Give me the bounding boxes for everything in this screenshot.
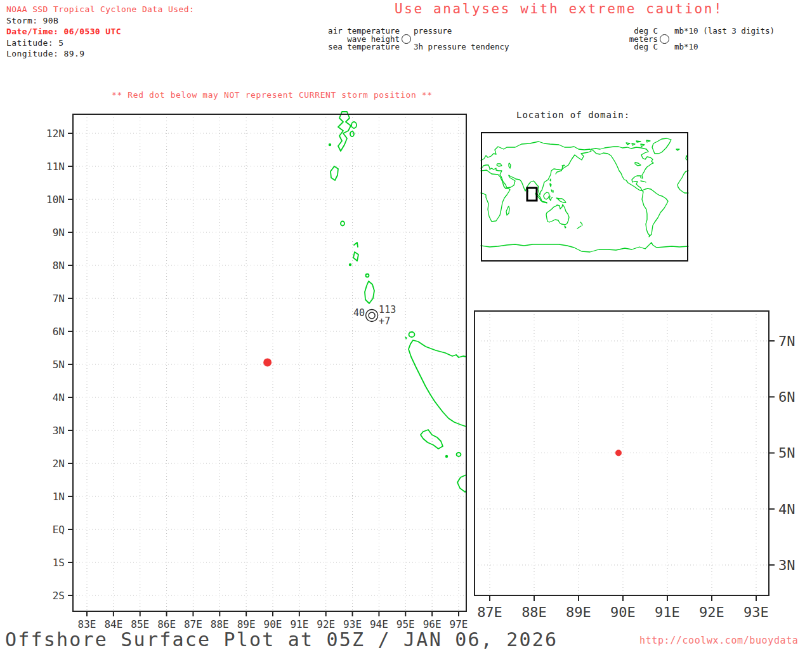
station-model-legend: air temperature wave height sea temperat… xyxy=(317,26,527,55)
island-sulawesi xyxy=(549,196,553,201)
y-tick-label: 3N xyxy=(53,425,65,437)
x-tick-label: 91E xyxy=(655,604,680,620)
coast-eurasia xyxy=(481,142,591,195)
arctic-island xyxy=(646,140,650,142)
zoom-map-data xyxy=(615,450,622,456)
x-tick-label: 89E xyxy=(566,604,591,620)
island-iceland xyxy=(676,149,679,150)
x-tick-label: 88E xyxy=(521,604,547,620)
storm-info-block: NOAA SSD Tropical Cyclone Data Used: Sto… xyxy=(6,4,194,60)
y-tick-label: 6N xyxy=(53,326,65,338)
storm-position-dot xyxy=(615,450,622,456)
main-map-data: 40113+7 xyxy=(263,304,396,366)
zoom-map-border xyxy=(475,311,769,595)
island-great-nicobar xyxy=(365,281,374,303)
y-tick-label: 1N xyxy=(53,491,65,503)
island-borneo xyxy=(544,192,549,199)
y-tick-label: 4N xyxy=(778,501,796,517)
caution-text: Use analyses with extreme caution! xyxy=(395,1,723,17)
coastlines-main xyxy=(329,112,466,492)
ship-observation-plot: 40113+7 xyxy=(353,304,396,327)
y-tick-label: 8N xyxy=(53,260,65,272)
island-car-nicobar xyxy=(331,166,338,180)
offshore-surface-plot-page: NOAA SSD Tropical Cyclone Data Used: Sto… xyxy=(0,0,812,650)
station-pressure: 113 xyxy=(379,304,396,315)
storm-position-dot xyxy=(263,358,272,366)
island-andaman xyxy=(338,112,351,151)
info-latitude-line: Latitude: 5 xyxy=(6,37,194,49)
island-dot xyxy=(445,455,448,458)
coast-africa-west xyxy=(678,171,688,193)
coast-antarctica xyxy=(481,242,688,252)
storm-position-warning: ** Red dot below may NOT represent CURRE… xyxy=(112,90,433,100)
arctic-island xyxy=(626,143,630,145)
island-mindanao xyxy=(551,190,553,192)
station-circle-icon xyxy=(660,34,669,44)
island-hokkaido xyxy=(562,165,565,166)
y-tick-label: EQ xyxy=(53,524,65,536)
island-small xyxy=(366,274,369,277)
island-small xyxy=(409,332,415,337)
info-datetime-line: Date/Time: 06/0530 UTC xyxy=(6,26,194,37)
units-legend: deg C meters deg C mb*10 (last 3 digits)… xyxy=(573,26,808,55)
island-small xyxy=(354,242,358,247)
island-new-zealand-south xyxy=(577,226,581,229)
island-tasmania xyxy=(565,226,566,228)
plot-title: Offshore Surface Plot at 05Z / JAN 06, 2… xyxy=(5,628,558,650)
legend-sea-temperature-label: sea temperature xyxy=(317,42,400,51)
legend-pressure-label: pressure xyxy=(414,26,452,36)
world-inset-map xyxy=(481,132,688,262)
station-pressure-tendency: +7 xyxy=(379,315,390,327)
island-taiwan xyxy=(550,179,551,181)
y-tick-label: 12N xyxy=(46,128,65,140)
legend-pressure-unit-label: mb*10 (last 3 digits) xyxy=(674,26,775,36)
station-circle-icon xyxy=(402,34,411,44)
island-small xyxy=(353,252,358,261)
coast-south-america xyxy=(642,189,668,237)
zoom-map: 87E88E89E90E91E92E93E7N6N5N4N3N xyxy=(469,305,812,622)
island-dot xyxy=(405,336,407,340)
island-new-zealand-north xyxy=(580,222,582,225)
source-url: http://coolwx.com/buoydata xyxy=(639,635,798,646)
info-source-line: NOAA SSD Tropical Cyclone Data Used: xyxy=(6,4,194,15)
main-map: 83E84E85E86E87E88E89E90E91E92E93E94E95E9… xyxy=(38,108,476,635)
y-tick-label: 1S xyxy=(53,557,65,569)
island-greenland xyxy=(652,138,671,154)
y-tick-label: 7N xyxy=(778,333,796,349)
x-tick-label: 87E xyxy=(477,604,502,620)
arctic-island xyxy=(632,143,635,145)
great-lakes xyxy=(635,162,641,166)
island-dot xyxy=(329,143,331,146)
island-dot xyxy=(349,263,351,266)
y-tick-label: 3N xyxy=(778,557,796,573)
x-tick-label: 90E xyxy=(610,604,636,620)
black-sea xyxy=(497,164,502,166)
island-small xyxy=(351,122,357,128)
x-tick-label: 93E xyxy=(743,604,769,620)
caspian-sea xyxy=(509,163,511,168)
y-tick-label: 2N xyxy=(53,458,65,470)
info-storm-line: Storm: 90B xyxy=(6,15,194,27)
coast-africa-east xyxy=(481,170,510,222)
coast-australia xyxy=(546,204,569,225)
island-cuba xyxy=(641,181,646,182)
y-tick-label: 6N xyxy=(778,389,796,405)
y-tick-label: 10N xyxy=(46,194,65,206)
island-new-guinea xyxy=(556,198,566,202)
main-map-axes: 83E84E85E86E87E88E89E90E91E92E93E94E95E9… xyxy=(46,128,468,630)
y-tick-label: 2S xyxy=(53,590,65,602)
island-simeulue xyxy=(421,430,443,449)
zoom-map-axes: 87E88E89E90E91E92E93E7N6N5N4N3N xyxy=(477,333,795,620)
y-tick-label: 5N xyxy=(778,445,796,461)
station-inner-circle xyxy=(369,312,375,319)
island-small xyxy=(341,222,344,226)
coast-north-america xyxy=(591,147,653,190)
island-java xyxy=(542,201,547,203)
domain-box xyxy=(527,188,537,201)
inset-border xyxy=(481,133,688,261)
arctic-island xyxy=(636,141,641,142)
island-madagascar xyxy=(506,206,509,215)
station-air-temperature: 40 xyxy=(353,307,365,319)
y-tick-label: 11N xyxy=(46,161,65,173)
y-tick-label: 5N xyxy=(53,359,65,371)
